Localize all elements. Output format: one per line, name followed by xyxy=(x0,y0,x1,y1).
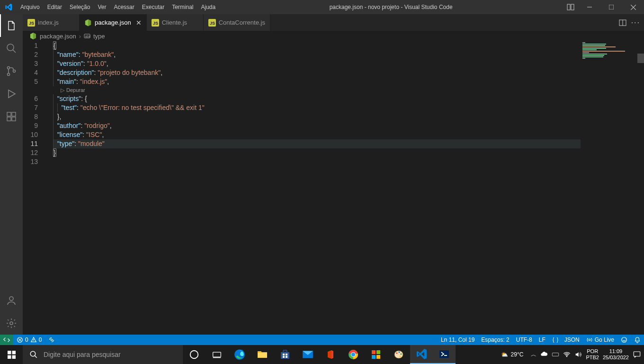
mail-icon[interactable] xyxy=(296,345,319,364)
tab-package-json[interactable]: package.json ✕ xyxy=(80,14,147,31)
more-actions-icon[interactable]: ··· xyxy=(631,18,640,27)
tab-label: index.js xyxy=(38,19,59,26)
chrome-icon[interactable] xyxy=(342,345,365,364)
onedrive-icon[interactable] xyxy=(540,351,548,358)
line-numbers: 1 2 3 4 5 6 7 8 9 10 11 12 13 xyxy=(23,41,46,335)
svg-rect-46 xyxy=(283,350,287,352)
tab-label: Cliente.js xyxy=(162,19,187,26)
source-control-icon[interactable] xyxy=(0,60,23,82)
start-button[interactable] xyxy=(0,345,23,364)
microsoft-store-icon[interactable] xyxy=(274,345,296,364)
taskbar-search[interactable]: Digite aqui para pesquisar xyxy=(23,345,183,364)
menu-arquivo[interactable]: Arquivo xyxy=(17,0,44,14)
menu-editar[interactable]: Editar xyxy=(44,0,66,14)
explorer-icon[interactable] xyxy=(0,14,23,37)
svg-rect-14 xyxy=(12,117,16,121)
breadcrumb-file[interactable]: package.json xyxy=(40,33,76,40)
windows-taskbar: Digite aqui para pesquisar ⛅ 29°C ︿ POR xyxy=(0,345,644,364)
office-icon[interactable] xyxy=(319,345,342,364)
wifi-icon[interactable] xyxy=(563,351,571,358)
play-icon: ▷ xyxy=(61,86,64,95)
minimap[interactable] xyxy=(581,41,637,335)
svg-text:JS: JS xyxy=(210,21,215,26)
account-icon[interactable] xyxy=(0,289,23,312)
errors-warnings[interactable]: 0 0 xyxy=(13,335,45,345)
code-content[interactable]: { "name": "bytebank", "version": "1.0.0"… xyxy=(53,41,644,335)
action-center-icon[interactable] xyxy=(633,350,641,359)
menu-ajuda[interactable]: Ajuda xyxy=(197,0,220,14)
minimize-button[interactable] xyxy=(579,0,600,14)
keyboard-icon[interactable] xyxy=(552,351,559,358)
maximize-button[interactable] xyxy=(600,0,622,14)
notifications-icon[interactable] xyxy=(631,335,644,345)
svg-rect-12 xyxy=(7,112,11,116)
settings-gear-icon[interactable] xyxy=(0,312,23,335)
paint-icon[interactable] xyxy=(387,345,410,364)
svg-point-33 xyxy=(589,339,590,341)
remote-indicator[interactable] xyxy=(0,335,13,345)
tab-index-js[interactable]: JS index.js xyxy=(23,14,80,31)
tab-label: ContaCorrente.js xyxy=(219,19,265,26)
code-editor[interactable]: 1 2 3 4 5 6 7 8 9 10 11 12 13 xyxy=(23,41,644,335)
breadcrumb[interactable]: package.json › abc type xyxy=(23,31,644,41)
svg-rect-67 xyxy=(553,353,559,356)
close-button[interactable] xyxy=(622,0,644,14)
js-file-icon: JS xyxy=(208,19,216,27)
vscode-logo-icon xyxy=(0,3,17,11)
close-tab-icon[interactable]: ✕ xyxy=(136,19,142,27)
tab-cliente-js[interactable]: JS Cliente.js xyxy=(147,14,204,31)
svg-rect-37 xyxy=(8,355,11,358)
task-view-icon[interactable] xyxy=(206,345,228,364)
run-debug-icon[interactable] xyxy=(0,82,23,105)
menu-terminal[interactable]: Terminal xyxy=(168,0,197,14)
breadcrumb-symbol[interactable]: type xyxy=(93,33,105,40)
svg-rect-60 xyxy=(376,355,380,359)
fold-icon[interactable] xyxy=(46,41,53,50)
search-icon[interactable] xyxy=(0,37,23,60)
encoding[interactable]: UTF-8 xyxy=(513,335,536,345)
cursor-position[interactable]: Ln 11, Col 19 xyxy=(438,335,478,345)
split-editor-icon[interactable] xyxy=(619,19,626,27)
svg-point-63 xyxy=(399,352,400,353)
menu-selecao[interactable]: Seleção xyxy=(66,0,94,14)
tray-chevron-up-icon[interactable]: ︿ xyxy=(531,351,537,359)
language-mode[interactable]: { } JSON xyxy=(549,335,583,345)
svg-rect-3 xyxy=(609,5,614,9)
volume-icon[interactable] xyxy=(574,351,582,358)
panel-layout-icon[interactable] xyxy=(563,0,579,14)
cortana-icon[interactable] xyxy=(183,345,206,364)
clock[interactable]: 11:09 25/03/2022 xyxy=(603,348,629,361)
overview-ruler[interactable] xyxy=(637,41,644,335)
office365-icon[interactable] xyxy=(365,345,387,364)
remote-port-icon[interactable] xyxy=(45,335,58,345)
file-explorer-icon[interactable] xyxy=(251,345,274,364)
indentation[interactable]: Espaços: 2 xyxy=(478,335,512,345)
menu-executar[interactable]: Executar xyxy=(138,0,168,14)
vscode-taskbar-icon[interactable] xyxy=(410,345,433,364)
svg-line-40 xyxy=(35,355,37,358)
editor-tabs: JS index.js package.json ✕ JS Cliente.js… xyxy=(23,14,644,31)
eol[interactable]: LF xyxy=(536,335,549,345)
svg-point-62 xyxy=(396,353,398,354)
weather-widget[interactable]: ⛅ 29°C xyxy=(497,351,528,358)
svg-point-65 xyxy=(400,356,401,357)
svg-point-6 xyxy=(7,44,14,51)
svg-rect-1 xyxy=(571,4,574,10)
feedback-icon[interactable] xyxy=(617,335,631,345)
tab-contacorrente-js[interactable]: JS ContaCorrente.js xyxy=(204,14,270,31)
svg-point-64 xyxy=(401,354,402,355)
extensions-icon[interactable] xyxy=(0,105,23,128)
menu-acessar[interactable]: Acessar xyxy=(110,0,138,14)
npm-file-icon xyxy=(29,32,37,40)
go-live[interactable]: Go Live xyxy=(583,335,617,345)
powershell-icon[interactable] xyxy=(433,345,456,364)
svg-point-39 xyxy=(30,351,36,356)
codelens-debug[interactable]: ▷Depurar xyxy=(53,86,644,94)
search-placeholder: Digite aqui para pesquisar xyxy=(44,351,121,358)
menu-ver[interactable]: Ver xyxy=(94,0,110,14)
svg-point-16 xyxy=(9,297,13,300)
svg-point-41 xyxy=(190,351,198,359)
js-file-icon: JS xyxy=(27,19,35,27)
language-indicator[interactable]: POR PTB2 xyxy=(586,348,599,361)
edge-icon[interactable] xyxy=(228,345,251,364)
